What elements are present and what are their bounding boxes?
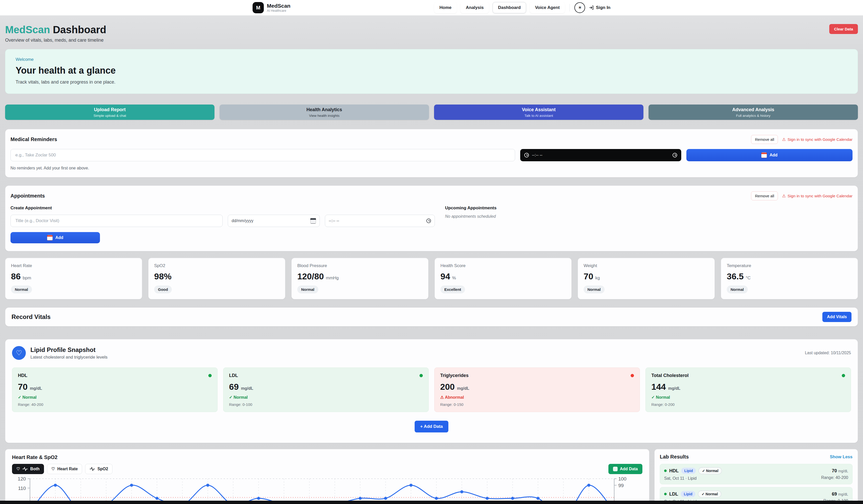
status-dot-icon <box>630 374 634 377</box>
chart-series-toggles: ♡Both♡Heart RateSpO2 <box>12 464 112 474</box>
show-less-link[interactable]: Show Less <box>830 454 852 459</box>
status-dot-icon <box>664 469 667 472</box>
lipid-unit: mg/dL <box>457 386 469 391</box>
nav-link-voice-agent[interactable]: Voice Agent <box>530 2 565 13</box>
data-point[interactable] <box>537 497 540 500</box>
action-voice-assistant[interactable]: Voice AssistantTalk to AI assistant <box>434 104 643 120</box>
lipid-value-row: 70mg/dL <box>18 382 212 392</box>
vital-value-row: 98% <box>154 272 279 281</box>
reminder-text-input[interactable] <box>11 149 515 161</box>
vital-value: 70 <box>584 272 593 281</box>
welcome-card: Welcome Your health at a glance Track vi… <box>5 49 858 94</box>
clock-icon[interactable] <box>673 153 677 158</box>
add-vitals-button[interactable]: Add Vitals <box>822 312 851 322</box>
status-dot-icon <box>420 374 423 377</box>
action-sublabel: Talk to AI assistant <box>525 114 553 117</box>
data-point[interactable] <box>460 490 463 493</box>
lipid-unit: mg/dL <box>668 386 680 391</box>
lab-result-item-hdl[interactable]: HDLLipid✓ Normal70 mg/dLSat, Oct 11 · Li… <box>660 464 852 484</box>
vital-value-row: 94% <box>440 272 566 281</box>
top-navbar: M MedScan AI Healthcare HomeAnalysisDash… <box>0 0 863 15</box>
action-label: Advanced Analysis <box>732 107 774 112</box>
vital-value-row: 120/80mmHg <box>297 272 423 281</box>
vital-unit: % <box>452 276 456 281</box>
appointments-title: Appointments <box>11 193 45 199</box>
upcoming-appointments-label: Upcoming Appointments <box>445 205 497 211</box>
appointment-title-input[interactable] <box>11 215 223 227</box>
clear-data-button[interactable]: Clear Data <box>829 24 858 34</box>
appointments-sync-warning: ⚠ Sign in to sync with Google Calendar <box>782 193 852 198</box>
lipid-range: Range: 0-200 <box>651 402 845 407</box>
lipid-cards-row: HDL70mg/dL✓ NormalRange: 40-200LDL69mg/d… <box>12 367 851 412</box>
data-point[interactable] <box>130 484 133 487</box>
hr-spo2-chart[interactable]: 12011090705010099969390Jan 1Jan 16Jan 31… <box>12 477 642 504</box>
reminders-title: Medical Reminders <box>11 137 57 142</box>
svg-text:99: 99 <box>618 483 624 488</box>
data-point[interactable] <box>155 497 159 500</box>
lipid-value: 69 <box>229 382 239 392</box>
action-sublabel: Simple upload & chat <box>93 114 126 117</box>
appointment-date-input[interactable]: dd/mm/yyyy <box>228 215 320 227</box>
vital-value-row: 86bpm <box>11 272 136 281</box>
warning-icon: ⚠ <box>782 193 786 198</box>
vital-card-heart-rate: Heart Rate86bpmNormal <box>5 258 142 299</box>
quick-actions: Upload ReportSimple upload & chatHealth … <box>5 104 858 120</box>
vital-card-temperature: Temperature36.5°CNormal <box>721 258 858 299</box>
data-point[interactable] <box>206 484 209 487</box>
appointment-date-value: dd/mm/yyyy <box>232 218 253 223</box>
lipid-metric-name: HDL <box>18 373 27 378</box>
page-title-rest: Dashboard <box>53 24 107 35</box>
sign-in-button[interactable]: Sign In <box>589 5 611 10</box>
theme-toggle-button[interactable]: ☀ <box>574 2 585 13</box>
action-advanced-analysis[interactable]: Advanced AnalysisFull analytics & histor… <box>649 104 858 120</box>
data-point[interactable] <box>511 497 514 500</box>
calendar-icon[interactable] <box>310 218 316 224</box>
vital-value: 36.5 <box>727 272 743 281</box>
vital-unit: kg <box>595 276 600 281</box>
nav-link-analysis[interactable]: Analysis <box>460 2 489 13</box>
action-health-analytics[interactable]: Health AnalyticsView health insights <box>220 104 429 120</box>
lab-item-name: HDL <box>669 468 679 474</box>
lipid-metric-name: Total Cholesterol <box>651 373 689 378</box>
action-upload-report[interactable]: Upload ReportSimple upload & chat <box>5 104 214 120</box>
lipid-value: 70 <box>18 382 28 392</box>
reminder-add-button[interactable]: Add <box>686 149 852 161</box>
lab-item-unit: mg/dL <box>838 492 848 496</box>
data-point[interactable] <box>486 497 489 500</box>
chart-add-data-button[interactable]: Add Data <box>609 464 642 474</box>
chart-toggle-both[interactable]: ♡Both <box>12 464 44 474</box>
lab-item-top-row: HDLLipid✓ Normal70 mg/dL <box>664 467 848 474</box>
medical-reminders-card: Medical Reminders Remove all ⚠ Sign in t… <box>5 129 858 177</box>
lipid-range: Range: 0-100 <box>229 402 423 407</box>
nav-link-dashboard[interactable]: Dashboard <box>492 2 526 13</box>
data-point[interactable] <box>54 484 57 487</box>
lipid-add-data-button[interactable]: + Add Data <box>415 421 449 432</box>
appointment-add-button[interactable]: Add <box>11 232 100 243</box>
reminder-time-input[interactable]: --:-- -- <box>520 149 681 161</box>
clock-icon[interactable] <box>426 218 431 223</box>
vital-card-blood-pressure: Blood Pressure120/80mmHgNormal <box>291 258 428 299</box>
appointments-card: Appointments Remove all ⚠ Sign in to syn… <box>5 186 858 251</box>
data-point[interactable] <box>257 497 260 500</box>
data-point[interactable] <box>410 484 413 487</box>
welcome-title: Your health at a glance <box>16 65 847 76</box>
appointments-remove-all-button[interactable]: Remove all <box>751 191 778 200</box>
vital-label: Blood Pressure <box>297 263 423 268</box>
reminders-remove-all-button[interactable]: Remove all <box>751 135 778 144</box>
nav-link-home[interactable]: Home <box>434 2 457 13</box>
reminders-empty-note: No reminders yet. Add your first one abo… <box>11 166 852 171</box>
lab-item-bottom-row: Sat, Oct 11 · LipidRange: 40-200 <box>664 474 848 481</box>
appointment-time-input[interactable]: --:-- -- <box>325 215 435 227</box>
heart-icon: ♡ <box>12 346 26 360</box>
chart-toggle-spo2[interactable]: SpO2 <box>85 464 112 474</box>
brand: M MedScan AI Healthcare <box>252 2 290 13</box>
svg-text:120: 120 <box>18 477 26 481</box>
login-icon <box>589 5 594 10</box>
lipid-card-top: HDL <box>18 373 212 378</box>
chart-toggle-heart-rate[interactable]: ♡Heart Rate <box>47 464 82 474</box>
data-point[interactable] <box>435 497 438 500</box>
data-point[interactable] <box>359 497 362 500</box>
brand-tagline: AI Healthcare <box>267 9 290 13</box>
data-point[interactable] <box>384 497 387 500</box>
data-point[interactable] <box>587 484 590 487</box>
